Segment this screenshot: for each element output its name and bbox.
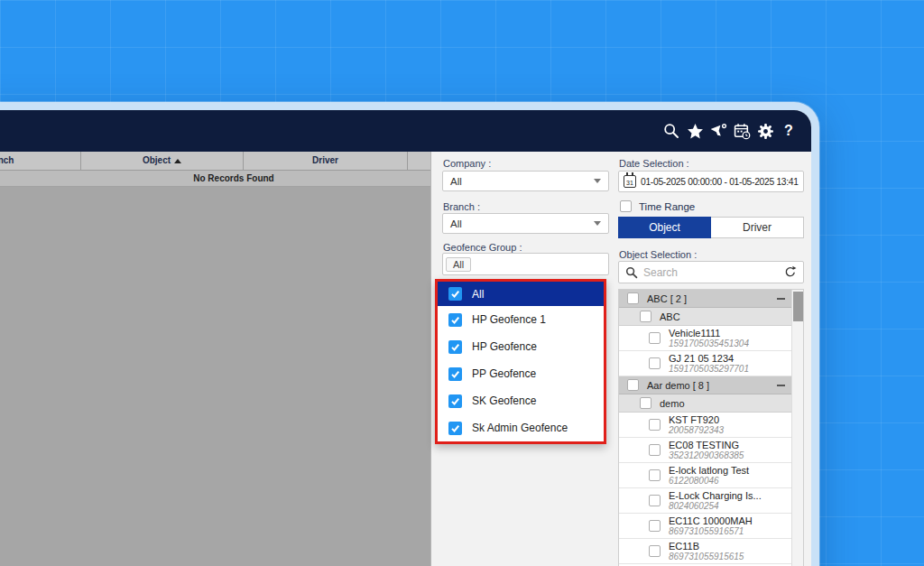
tree-item-row[interactable]: GJ 21 05 1234 1591705035297701 — [619, 351, 793, 376]
geofence-group-input[interactable]: All — [442, 253, 609, 275]
calendar-clock-icon[interactable] — [733, 122, 751, 140]
tab-driver[interactable]: Driver — [711, 217, 804, 238]
date-selection-label: Date Selection : — [619, 158, 689, 169]
object-id: 8024060254 — [669, 501, 762, 512]
main-content: Branch Object Driver No Records Found Co… — [0, 152, 811, 566]
refresh-icon[interactable] — [783, 265, 797, 279]
branch-select[interactable]: All — [442, 213, 609, 234]
geofence-option-all[interactable]: All — [438, 282, 604, 306]
geofence-option[interactable]: HP Geofence 1 — [438, 306, 604, 333]
column-header-branch[interactable]: Branch — [0, 152, 81, 170]
time-range-label: Time Range — [639, 201, 695, 212]
checkbox-checked[interactable] — [448, 394, 462, 408]
tree-item-row[interactable]: EC11B 869731055915615 — [619, 539, 793, 564]
checkbox-checked[interactable] — [448, 422, 462, 435]
checkbox-checked[interactable] — [448, 287, 462, 301]
tree-subgroup-row[interactable]: demo — [619, 394, 793, 413]
object-id: 1591705035451304 — [669, 339, 749, 349]
help-icon[interactable]: ? — [780, 122, 798, 140]
tree-group-row[interactable]: Aar demo [ 8 ] — [619, 376, 793, 394]
geofence-option[interactable]: PP Geofence — [438, 360, 604, 387]
company-select[interactable]: All — [442, 171, 609, 191]
calendar-icon: 31 — [624, 175, 636, 188]
collapse-minus-icon[interactable] — [777, 298, 785, 300]
check-icon — [450, 342, 460, 352]
help-icon-glyph: ? — [784, 123, 793, 139]
chevron-down-icon — [594, 221, 601, 226]
column-header-object-label: Object — [143, 155, 171, 165]
tree-subgroup-row[interactable]: ABC — [619, 308, 793, 326]
tree-item-row[interactable]: EC08 TESTING 352312090368385 — [619, 438, 793, 463]
search-icon[interactable] — [662, 122, 680, 140]
checkbox-unchecked[interactable] — [649, 495, 661, 506]
filter-icon[interactable] — [709, 122, 727, 140]
sort-ascending-icon — [174, 159, 181, 163]
column-header-object[interactable]: Object — [81, 152, 244, 170]
chevron-down-icon — [594, 179, 601, 183]
filter-icon-glyph — [710, 123, 727, 140]
checkbox-unchecked[interactable] — [649, 444, 661, 456]
geofence-option[interactable]: Sk Admin Geofence — [438, 414, 604, 441]
checkbox-unchecked[interactable] — [627, 379, 639, 391]
checkbox-unchecked[interactable] — [649, 357, 661, 369]
tree-item-row[interactable]: Vehicle1111 1591705035451304 — [619, 326, 793, 351]
geofence-group-label: Geofence Group : — [443, 242, 522, 253]
object-search-input[interactable] — [643, 266, 778, 279]
checkbox-checked[interactable] — [448, 313, 462, 327]
checkbox-unchecked[interactable] — [649, 520, 661, 532]
object-id: 6122080046 — [669, 476, 749, 487]
checkbox-unchecked[interactable] — [649, 545, 661, 557]
report-table-area: Branch Object Driver No Records Found — [0, 152, 430, 566]
geofence-option-label: All — [472, 288, 484, 301]
geofence-selected-tag[interactable]: All — [446, 257, 471, 272]
tree-item-row[interactable]: KST FT920 20058792343 — [619, 413, 793, 438]
tree-item-row[interactable]: E-Lock Charging Is... 8024060254 — [619, 488, 793, 514]
search-icon — [625, 266, 638, 279]
collapse-minus-icon[interactable] — [777, 385, 785, 386]
column-header-driver[interactable]: Driver — [244, 152, 408, 170]
no-records-row: No Records Found — [0, 171, 430, 187]
list-scrollbar[interactable] — [791, 290, 803, 566]
gear-icon[interactable] — [756, 122, 774, 140]
checkbox-checked[interactable] — [448, 340, 462, 354]
checkbox-unchecked[interactable] — [640, 311, 651, 322]
date-range-input[interactable]: 31 01-05-2025 00:00:00 - 01-05-2025 13:4… — [618, 171, 804, 192]
check-icon — [450, 423, 460, 433]
geofence-option[interactable]: HP Geofence — [438, 333, 604, 360]
desktop-background: ? Branch Object Driver — [0, 0, 924, 566]
object-tree-list: ABC [ 2 ] ABC Vehicle1111 15917050354513 — [618, 289, 804, 566]
check-icon — [450, 289, 460, 299]
tab-object[interactable]: Object — [618, 217, 711, 238]
object-name: GJ 21 05 1234 — [669, 353, 749, 365]
column-header-driver-label: Driver — [312, 155, 338, 165]
object-name: E-lock latlong Test — [669, 465, 749, 477]
titlebar: ? — [0, 110, 811, 152]
geofence-option-label: SK Geofence — [472, 394, 536, 407]
tree-item-row[interactable]: E-lock latlong Test 6122080046 — [619, 463, 793, 488]
tree-group-row[interactable]: ABC [ 2 ] — [619, 290, 793, 308]
object-id: 20058792343 — [669, 425, 724, 436]
tree-item-row[interactable]: EC11C 10000MAH 869731055916571 — [619, 514, 793, 539]
gear-icon-glyph — [757, 123, 774, 140]
scrollbar-thumb[interactable] — [793, 292, 803, 321]
check-icon — [450, 396, 460, 406]
checkbox-checked[interactable] — [448, 367, 462, 381]
filter-panel: Company : All Branch : All Geofence Grou… — [430, 152, 811, 566]
checkbox-unchecked[interactable] — [649, 419, 661, 431]
group-label: Aar demo [ 8 ] — [647, 380, 709, 391]
object-name: KST FT920 — [669, 414, 724, 426]
time-range-checkbox-row[interactable]: Time Range — [620, 200, 695, 212]
checkbox-unchecked[interactable] — [649, 332, 661, 344]
star-icon[interactable] — [686, 122, 704, 140]
object-name: Vehicle1111 — [669, 328, 749, 339]
company-label: Company : — [443, 158, 491, 169]
object-name: EC08 TESTING — [669, 440, 744, 451]
checkbox-unchecked[interactable] — [620, 200, 632, 212]
checkbox-unchecked[interactable] — [649, 469, 661, 481]
subgroup-label: ABC — [660, 311, 680, 322]
calendar-clock-icon-glyph — [734, 123, 751, 140]
geofence-option[interactable]: SK Geofence — [438, 387, 604, 414]
checkbox-unchecked[interactable] — [627, 292, 639, 304]
check-icon — [450, 315, 460, 325]
checkbox-unchecked[interactable] — [640, 397, 651, 409]
